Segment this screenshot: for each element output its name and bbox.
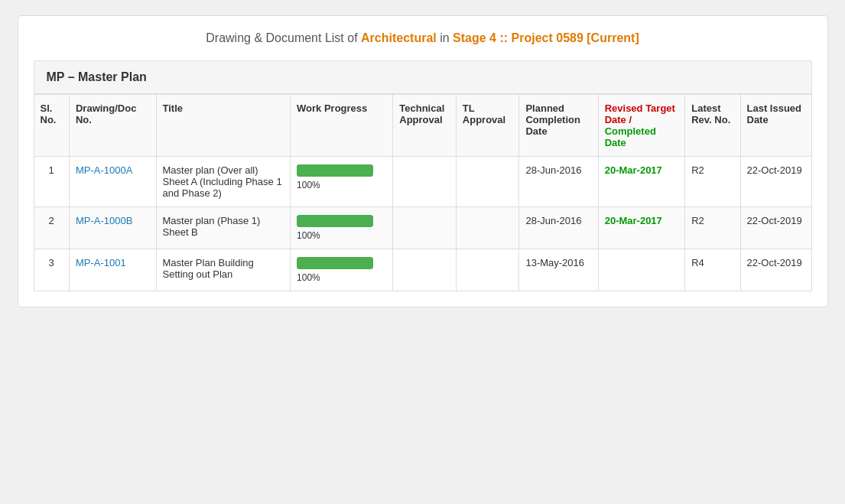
col-header-tl: TL Approval [456, 95, 519, 157]
doc-link[interactable]: MP-A-1000A [76, 164, 132, 176]
cell-revised-date: 20-Mar-2017 [598, 157, 685, 207]
col-header-sl: Sl. No. [34, 95, 69, 157]
cell-last-issued: 22-Oct-2019 [740, 207, 811, 249]
table-row: 2MP-A-1000BMaster plan (Phase 1) Sheet B… [34, 207, 811, 249]
doc-link[interactable]: MP-A-1001 [76, 257, 126, 268]
cell-planned-date: 28-Jun-2016 [519, 207, 598, 249]
cell-revised-date [598, 249, 685, 291]
progress-bar-fill [297, 215, 373, 227]
cell-title: Master plan (Over all) Sheet A (Includin… [156, 157, 291, 207]
col-header-doc: Drawing/Doc No. [69, 95, 156, 157]
cell-latest-rev: R2 [685, 207, 740, 249]
revised-label: Revised Target Date / [605, 102, 675, 125]
title-mid: in [437, 31, 453, 44]
cell-progress: 100% [291, 157, 393, 207]
section-title: MP – Master Plan [47, 70, 147, 83]
progress-label: 100% [297, 180, 386, 190]
completed-label: Completed Date [605, 125, 656, 148]
cell-progress: 100% [291, 249, 393, 291]
table-row: 3MP-A-1001Master Plan Building Setting o… [34, 249, 811, 291]
drawing-table: Sl. No. Drawing/Doc No. Title Work Progr… [34, 94, 812, 291]
cell-tl-approval [456, 157, 519, 207]
cell-sl: 2 [34, 207, 69, 249]
cell-latest-rev: R2 [685, 157, 740, 207]
cell-latest-rev: R4 [685, 249, 740, 291]
cell-progress: 100% [291, 207, 393, 249]
cell-planned-date: 28-Jun-2016 [519, 157, 598, 207]
progress-label: 100% [297, 230, 386, 241]
section-header: MP – Master Plan [34, 60, 812, 94]
cell-planned-date: 13-May-2016 [519, 249, 598, 291]
col-header-last: Last Issued Date [740, 95, 811, 157]
cell-tl-approval [456, 249, 519, 291]
cell-last-issued: 22-Oct-2019 [740, 249, 811, 291]
cell-sl: 3 [34, 249, 69, 291]
doc-link[interactable]: MP-A-1000B [76, 215, 132, 226]
progress-label: 100% [297, 272, 386, 283]
cell-title: Master Plan Building Setting out Plan [156, 249, 291, 291]
cell-last-issued: 22-Oct-2019 [740, 157, 811, 207]
progress-bar-fill [297, 257, 373, 269]
cell-doc-no[interactable]: MP-A-1001 [69, 249, 156, 291]
main-container: Drawing & Document List of Architectural… [18, 15, 828, 307]
col-header-latest: Latest Rev. No. [685, 95, 740, 157]
cell-doc-no[interactable]: MP-A-1000A [69, 157, 156, 207]
title-arch: Architectural [361, 31, 437, 44]
cell-tech-approval [393, 207, 457, 249]
cell-tech-approval [393, 157, 457, 207]
page-title: Drawing & Document List of Architectural… [34, 31, 812, 45]
cell-doc-no[interactable]: MP-A-1000B [69, 207, 156, 249]
col-header-progress: Work Progress [291, 95, 393, 157]
col-header-title: Title [156, 95, 291, 157]
col-header-tech: Technical Approval [393, 95, 457, 157]
progress-bar-fill [297, 164, 373, 177]
cell-title: Master plan (Phase 1) Sheet B [156, 207, 291, 249]
table-row: 1MP-A-1000AMaster plan (Over all) Sheet … [34, 157, 811, 207]
col-header-revised: Revised Target Date / Completed Date [598, 95, 685, 157]
title-prefix: Drawing & Document List of [206, 31, 361, 44]
col-header-planned: Planned Completion Date [519, 95, 598, 157]
cell-tl-approval [456, 207, 519, 249]
cell-sl: 1 [34, 157, 69, 207]
title-stage: Stage 4 :: Project 0589 [Current] [453, 31, 639, 44]
cell-revised-date: 20-Mar-2017 [598, 207, 685, 249]
cell-tech-approval [393, 249, 457, 291]
